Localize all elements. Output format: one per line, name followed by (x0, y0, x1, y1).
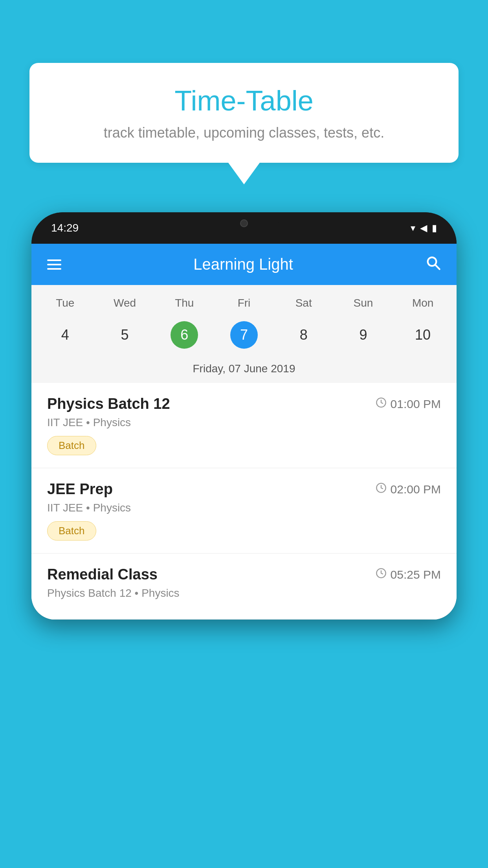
date-4[interactable]: 4 (35, 317, 95, 353)
schedule-subtitle: IIT JEE • Physics (47, 416, 441, 429)
schedule-subtitle-3: Physics Batch 12 • Physics (47, 587, 441, 600)
schedule-subtitle-2: IIT JEE • Physics (47, 502, 441, 514)
app-title: Learning Light (193, 256, 293, 273)
battery-icon: ▮ (432, 223, 437, 234)
clock-icon-3 (376, 568, 387, 581)
day-sun: Sun (334, 293, 393, 313)
search-icon[interactable] (425, 255, 441, 274)
page-title: Time-Table (53, 85, 435, 117)
clock-icon (376, 397, 387, 411)
svg-line-1 (435, 265, 440, 269)
schedule-title-3: Remedial Class (47, 566, 158, 583)
phone-mockup: 14:29 ▾ ◀ ▮ Learning Light (31, 212, 457, 868)
status-time: 14:29 (51, 222, 79, 234)
day-tue: Tue (35, 293, 95, 313)
selected-date-label: Friday, 07 June 2019 (31, 359, 457, 383)
date-10[interactable]: 10 (393, 317, 453, 353)
day-mon: Mon (393, 293, 453, 313)
status-icons: ▾ ◀ ▮ (411, 223, 437, 234)
speech-bubble-card: Time-Table track timetable, upcoming cla… (29, 63, 459, 184)
signal-icon: ◀ (420, 223, 427, 234)
schedule-item-remedial[interactable]: Remedial Class 05:25 PM Physics Batch 12… (31, 554, 457, 620)
clock-icon-2 (376, 482, 387, 496)
schedule-item-header-3: Remedial Class 05:25 PM (47, 566, 441, 583)
schedule-time-3: 05:25 PM (376, 568, 441, 581)
schedule-item-header-2: JEE Prep 02:00 PM (47, 481, 441, 498)
phone-notch (209, 212, 279, 234)
day-sat: Sat (274, 293, 334, 313)
date-8[interactable]: 8 (274, 317, 334, 353)
speech-bubble-arrow (228, 163, 260, 184)
batch-tag-2: Batch (47, 521, 96, 541)
schedule-item-header: Physics Batch 12 01:00 PM (47, 395, 441, 412)
day-wed: Wed (95, 293, 155, 313)
date-6[interactable]: 6 (154, 317, 214, 353)
hamburger-menu-button[interactable] (47, 259, 61, 270)
calendar-days-header: Tue Wed Thu Fri Sat Sun Mon (31, 293, 457, 313)
schedule-item-jee-prep[interactable]: JEE Prep 02:00 PM IIT JEE • Physics Batc… (31, 468, 457, 554)
date-9[interactable]: 9 (334, 317, 393, 353)
schedule-title: Physics Batch 12 (47, 395, 170, 412)
status-bar: 14:29 ▾ ◀ ▮ (31, 212, 457, 244)
calendar-strip: Tue Wed Thu Fri Sat Sun Mon 4 5 6 7 8 9 … (31, 285, 457, 383)
phone-frame: 14:29 ▾ ◀ ▮ Learning Light (31, 212, 457, 620)
schedule-item-physics-batch[interactable]: Physics Batch 12 01:00 PM IIT JEE • Phys… (31, 383, 457, 468)
app-bar: Learning Light (31, 244, 457, 285)
page-subtitle: track timetable, upcoming classes, tests… (53, 125, 435, 141)
phone-camera (240, 219, 248, 227)
day-fri: Fri (214, 293, 274, 313)
schedule-title-2: JEE Prep (47, 481, 113, 498)
batch-tag-1: Batch (47, 436, 96, 455)
speech-bubble: Time-Table track timetable, upcoming cla… (29, 63, 459, 163)
day-thu: Thu (154, 293, 214, 313)
schedule-time-2: 02:00 PM (376, 482, 441, 496)
date-7[interactable]: 7 (214, 317, 274, 353)
calendar-dates: 4 5 6 7 8 9 10 (31, 313, 457, 359)
schedule-list: Physics Batch 12 01:00 PM IIT JEE • Phys… (31, 383, 457, 620)
wifi-icon: ▾ (411, 223, 415, 234)
date-5[interactable]: 5 (95, 317, 155, 353)
schedule-time: 01:00 PM (376, 397, 441, 411)
